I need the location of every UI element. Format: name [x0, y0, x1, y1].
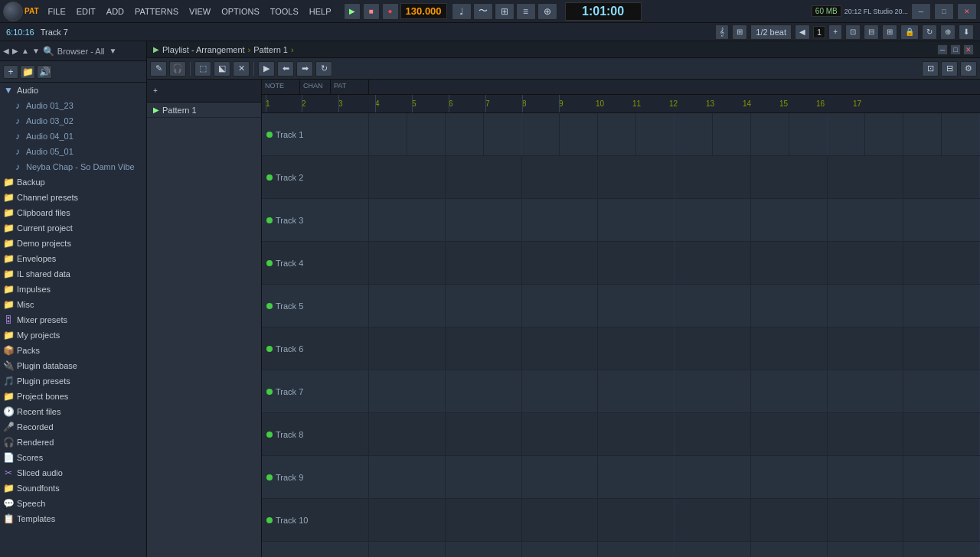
track-grid-5[interactable] [369, 285, 980, 327]
sidebar-item-audio01[interactable]: ♪ Audio 01_23 [0, 98, 146, 113]
menu-add[interactable]: ADD [102, 5, 129, 18]
copy-icon[interactable]: ⊕ [940, 24, 956, 40]
sidebar-item-scores[interactable]: 📄 Scores [0, 450, 146, 465]
mixer-icon[interactable]: ≡ [516, 3, 536, 20]
add-pattern-btn[interactable]: + [153, 86, 158, 95]
zoom-tool[interactable]: ⬕ [214, 61, 230, 77]
playlist-settings[interactable]: ⚙ [960, 61, 977, 77]
sidebar-folder-btn[interactable]: 📁 [20, 65, 35, 79]
playlist-snap[interactable]: ⊡ [922, 61, 939, 77]
track-grid-11[interactable] [369, 542, 980, 557]
stop-button[interactable]: ■ [363, 3, 380, 20]
sidebar-item-audio03[interactable]: ♪ Audio 03_02 [0, 113, 146, 129]
sidebar-item-audio04[interactable]: ♪ Audio 04_01 [0, 129, 146, 144]
pattern-item-1[interactable]: ▶ Pattern 1 [147, 103, 261, 118]
track-grid-4[interactable] [369, 242, 980, 284]
sidebar-item-demo-projects[interactable]: 📁 Demo projects [0, 236, 146, 251]
group-icon[interactable]: ⊞ [882, 24, 897, 40]
draw-tool[interactable]: ✎ [150, 61, 167, 77]
magnet-icon[interactable]: ⊟ [864, 24, 879, 40]
sidebar-item-il-shared[interactable]: 📁 IL shared data [0, 266, 146, 282]
pat-label: PAT [24, 7, 39, 15]
playlist-close[interactable]: ✕ [963, 44, 974, 55]
grid-cell [598, 113, 636, 155]
headphone-btn[interactable]: 🎧 [169, 61, 186, 77]
track-grid-10[interactable] [369, 499, 980, 541]
table-row: Track 11 [262, 542, 980, 557]
sidebar-item-impulses[interactable]: 📁 Impulses [0, 282, 146, 297]
sidebar-item-soundfonts[interactable]: 📁 Soundfonts [0, 480, 146, 496]
master-knob[interactable] [3, 2, 23, 21]
sidebar-item-misc[interactable]: 📁 Misc [0, 297, 146, 312]
beat-select[interactable]: 1/2 beat [750, 24, 792, 40]
track-grid-3[interactable] [369, 199, 980, 241]
step-seq-icon[interactable]: ⊞ [495, 3, 514, 20]
sidebar-item-plugin-db[interactable]: 🔌 Plugin database [0, 358, 146, 373]
sidebar-item-channel-presets[interactable]: 📁 Channel presets [0, 190, 146, 205]
save-icon[interactable]: ⬇ [959, 24, 974, 40]
grid-cell [522, 285, 599, 327]
close-btn[interactable]: ✕ [957, 3, 977, 20]
sidebar-item-current-project[interactable]: 📁 Current project [0, 220, 146, 236]
sidebar-item-templates[interactable]: 📋 Templates [0, 511, 146, 526]
playlist-magnet[interactable]: ⊟ [941, 61, 958, 77]
sidebar-item-sliced-audio[interactable]: ✂ Sliced audio [0, 465, 146, 480]
sidebar-item-neyba[interactable]: ♪ Neyba Chap - So Damn Vibe [0, 159, 146, 174]
sidebar-item-recent-files[interactable]: 🕐 Recent files [0, 404, 146, 419]
sidebar-item-project-bones[interactable]: 📁 Project bones [0, 389, 146, 404]
playlist-forward[interactable]: ➡ [296, 61, 313, 77]
playlist-loop[interactable]: ↻ [315, 61, 332, 77]
snap-icon[interactable]: ⊡ [845, 24, 861, 40]
waveform-icon[interactable]: 〜 [473, 3, 493, 20]
menu-view[interactable]: VIEW [185, 5, 215, 18]
menu-tools[interactable]: TOOLS [266, 5, 303, 18]
maximize-btn[interactable]: □ [934, 3, 954, 20]
playlist-minimize[interactable]: ─ [937, 44, 948, 55]
beat-num[interactable]: 1 [813, 26, 825, 38]
track-grid-7[interactable] [369, 370, 980, 412]
select-tool[interactable]: ⬚ [194, 61, 211, 77]
sidebar-item-backup[interactable]: 📁 Backup [0, 174, 146, 190]
channel-rack-btn[interactable]: ⊞ [732, 24, 747, 40]
sidebar-item-packs[interactable]: 📦 Packs [0, 343, 146, 358]
sidebar-item-rendered[interactable]: 🎧 Rendered [0, 435, 146, 450]
sidebar-item-recorded[interactable]: 🎤 Recorded [0, 419, 146, 435]
sidebar-item-audio05[interactable]: ♪ Audio 05_01 [0, 144, 146, 159]
play-button[interactable]: ▶ [344, 3, 361, 20]
beat-prev[interactable]: ◀ [795, 24, 810, 40]
track-grid-9[interactable] [369, 456, 980, 498]
menu-help[interactable]: HELP [305, 5, 336, 18]
sidebar-item-my-projects[interactable]: 📁 My projects [0, 327, 146, 343]
track-grid-6[interactable] [369, 327, 980, 370]
effects-icon[interactable]: ⊕ [537, 3, 557, 20]
track-grid-1[interactable] [369, 113, 980, 155]
sidebar-audio-btn[interactable]: 🔊 [37, 65, 52, 79]
track-grid-8[interactable] [369, 413, 980, 455]
menu-file[interactable]: FILE [44, 5, 70, 18]
loop-icon[interactable]: ↻ [922, 24, 937, 40]
timeline-ruler[interactable]: 1 2 3 4 5 6 7 8 [262, 95, 980, 113]
sidebar-item-mixer-presets[interactable]: 🎛 Mixer presets [0, 312, 146, 327]
sidebar-item-plugin-presets[interactable]: 🎵 Plugin presets [0, 373, 146, 389]
delete-tool[interactable]: ✕ [233, 61, 250, 77]
menu-patterns[interactable]: PATTERNS [130, 5, 183, 18]
sidebar-add-btn[interactable]: + [3, 65, 18, 79]
track-grid-2[interactable] [369, 156, 980, 198]
lock-icon[interactable]: 🔒 [900, 24, 919, 40]
sidebar-item-speech[interactable]: 💬 Speech [0, 496, 146, 511]
sidebar-item-clipboard[interactable]: 📁 Clipboard files [0, 205, 146, 220]
sidebar-item-audio[interactable]: ▼ Audio [0, 83, 146, 98]
record-button[interactable]: ● [382, 3, 399, 20]
menu-edit[interactable]: EDIT [72, 5, 100, 18]
sidebar-item-envelopes[interactable]: 📁 Envelopes [0, 251, 146, 266]
metronome-icon[interactable]: ♩ [452, 3, 472, 20]
minimize-btn[interactable]: ─ [911, 3, 931, 20]
beat-next[interactable]: + [828, 24, 842, 40]
playlist-back[interactable]: ⬅ [277, 61, 294, 77]
piano-roll-btn[interactable]: 𝄞 [715, 24, 729, 40]
menu-options[interactable]: OPTIONS [217, 5, 264, 18]
playlist-play[interactable]: ▶ [258, 61, 275, 77]
bpm-display[interactable]: 130.000 [400, 3, 447, 19]
playlist-maximize[interactable]: □ [950, 44, 961, 55]
col-header-chan: CHAN [300, 80, 331, 94]
